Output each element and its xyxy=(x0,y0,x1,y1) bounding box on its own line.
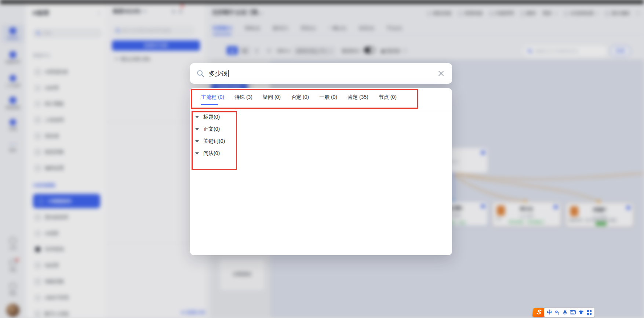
modal-search-value[interactable]: 多少钱 xyxy=(209,69,228,78)
skin-shirt-icon[interactable] xyxy=(578,310,584,315)
ime-buttons: 中 xyxy=(544,308,594,317)
divider xyxy=(190,109,452,109)
annotation-box-tree xyxy=(192,111,237,170)
ime-toolbar[interactable]: S 中 xyxy=(533,307,594,317)
punctuation-icon[interactable] xyxy=(555,310,560,315)
microphone-icon[interactable] xyxy=(563,310,567,315)
ime-mode-chinese[interactable]: 中 xyxy=(547,309,552,316)
search-icon xyxy=(197,70,204,77)
modal-search-bar[interactable]: 多少钱 xyxy=(190,63,452,84)
keyboard-icon[interactable] xyxy=(570,310,576,315)
toolbox-grid-icon[interactable] xyxy=(587,310,592,315)
close-icon[interactable] xyxy=(437,70,445,77)
annotation-box-tabs xyxy=(191,89,418,109)
app-window: AI助理 智能外呼 人工坐席 智能质检 CRM 更多 xyxy=(0,0,644,318)
text-cursor xyxy=(228,70,229,77)
